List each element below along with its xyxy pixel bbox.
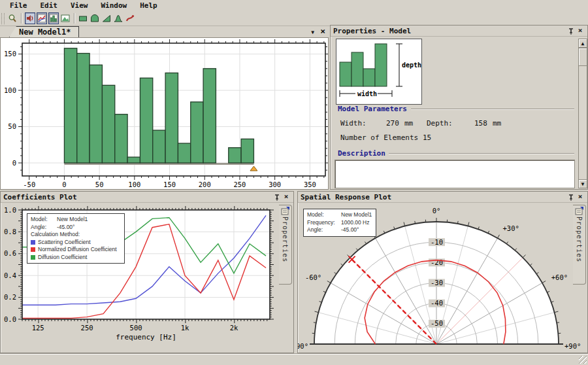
svg-text:+30°: +30° (503, 224, 519, 232)
show-model-button[interactable] (25, 12, 35, 24)
coefficients-plot-content: 0.00.20.40.60.81.01252505001k2kfrequency… (1, 203, 293, 353)
section-divider (411, 109, 574, 109)
panel-close-button[interactable]: × (576, 193, 585, 201)
pin-button[interactable] (272, 193, 282, 201)
coefficients-properties-side-tab[interactable]: Properties (279, 205, 292, 285)
depth-value: 158 (474, 119, 487, 128)
properties-model-content: depth width Model Parameters Width: 270 … (331, 37, 588, 190)
legend-angle-label: Angle: (31, 224, 57, 232)
properties-form-icon (575, 207, 583, 215)
scrollbar-thumb[interactable] (578, 48, 587, 66)
spatial-properties-side-tab[interactable]: Properties (573, 205, 586, 285)
menu-window[interactable]: Window (95, 1, 133, 10)
depth-unit: mm (493, 119, 501, 128)
legend-model-value: New Model1 (341, 211, 372, 219)
pin-icon (568, 194, 574, 201)
panel-title-text: Coefficients Plot (3, 193, 77, 201)
series-name: Scattering Coefficient (38, 239, 91, 247)
legend-model-label: Model: (307, 211, 341, 219)
width-label: width (357, 90, 377, 97)
panel-title-text: Spatial Response Plot (301, 193, 391, 201)
description-section-title: Description (338, 149, 385, 158)
model-plot-area: 050100150-50050100150200250300350 (0, 37, 329, 190)
description-textarea[interactable] (335, 160, 575, 188)
show-spatial-plot-button[interactable] (48, 12, 59, 24)
svg-text:100: 100 (128, 181, 140, 188)
depth-label: depth (402, 61, 421, 69)
bell-element-button[interactable] (113, 12, 123, 24)
svg-text:frequency [Hz]: frequency [Hz] (116, 333, 176, 341)
svg-text:125: 125 (32, 324, 44, 332)
scroll-down-button[interactable]: ▼ (578, 179, 587, 188)
close-icon: × (578, 27, 583, 34)
side-tab-label: Properties (576, 217, 583, 262)
svg-text:1.0: 1.0 (4, 206, 16, 214)
svg-text:0.6: 0.6 (4, 249, 16, 257)
pin-button[interactable] (566, 193, 576, 201)
coefficients-title-bar: Coefficients Plot × (1, 192, 293, 203)
width-value: 270 (386, 119, 399, 128)
optimize-tool-button[interactable] (125, 12, 135, 24)
svg-text:0.8: 0.8 (4, 228, 16, 235)
show-coefficients-plot-button[interactable] (37, 12, 47, 24)
legend-frequency-label: Frequency: (307, 219, 341, 227)
menu-view[interactable]: View (65, 1, 94, 10)
spatial-response-panel: Spatial Response Plot × -10-20-30-40-50-… (297, 191, 588, 353)
arrow-down-icon: ▼ (581, 181, 585, 187)
toolbar (0, 11, 588, 26)
chevron-down-icon: ▼ (311, 29, 314, 35)
menu-edit[interactable]: Edit (35, 1, 64, 10)
pin-icon (274, 194, 280, 201)
scroll-up-button[interactable]: ▲ (578, 39, 587, 48)
spatial-legend: Model:New Model1 Frequency:1000.00 Hz An… (303, 209, 376, 237)
coefficients-plot-panel: Coefficients Plot × 0.00.20.40.60.81.012… (0, 191, 294, 353)
svg-text:0.2: 0.2 (4, 293, 16, 301)
panel-close-button[interactable]: × (282, 193, 291, 201)
section-divider (389, 153, 574, 154)
width-unit: mm (404, 119, 413, 128)
svg-text:-60°: -60° (305, 273, 321, 281)
legend-model-value: New Model1 (57, 216, 88, 224)
resize-grip[interactable] (579, 356, 587, 364)
legend-method-label: Calculation Method: (31, 231, 121, 239)
svg-text:250: 250 (233, 181, 246, 188)
arrow-up-icon: ▲ (581, 41, 585, 46)
model-document-window: New Model1* ▼ × 050100150-50050100150200… (0, 26, 329, 190)
menu-bar: File Edit View Window Help (0, 0, 588, 11)
bitmap-view-button[interactable] (60, 12, 71, 24)
svg-text:-40: -40 (431, 299, 443, 307)
triangle-element-button[interactable] (101, 12, 112, 24)
arch-element-button[interactable] (90, 12, 100, 24)
menu-file[interactable]: File (4, 1, 33, 10)
spatial-plot-content: -10-20-30-40-50-90°-60°-30°0°+30°+60°+90… (298, 203, 587, 353)
magnifier-icon (8, 14, 17, 23)
line-chart-icon (37, 14, 46, 23)
svg-text:0: 0 (12, 159, 16, 167)
document-close-button[interactable]: × (320, 26, 325, 36)
svg-text:100: 100 (4, 86, 16, 94)
svg-text:+90°: +90° (564, 342, 581, 350)
toolbar-drag-handle[interactable] (1, 13, 5, 24)
legend-model-label: Model: (31, 216, 57, 224)
toolbar-separator (21, 13, 22, 24)
image-icon (61, 14, 70, 23)
series-name: Diffusion Coefficient (38, 254, 87, 262)
legend-angle-label: Angle: (307, 226, 341, 234)
spatial-title-bar: Spatial Response Plot × (298, 192, 587, 203)
menu-help[interactable]: Help (134, 1, 163, 10)
document-tab[interactable]: New Model1* (9, 26, 79, 37)
svg-text:-50: -50 (23, 181, 35, 188)
tab-menu-button[interactable]: ▼ (311, 27, 314, 36)
svg-text:0.0: 0.0 (4, 315, 16, 323)
pin-button[interactable] (566, 27, 576, 35)
panel-title-text: Properties - Model (333, 27, 411, 35)
zoom-tool-button[interactable] (7, 12, 18, 24)
svg-text:1k: 1k (181, 324, 189, 332)
svg-text:-20: -20 (431, 258, 443, 266)
rect-element-button[interactable] (78, 12, 88, 24)
properties-form-icon (281, 207, 289, 215)
model-histogram-chart[interactable]: 050100150-50050100150200250300350 (1, 38, 328, 189)
panel-close-button[interactable]: × (576, 27, 585, 35)
scattering-swatch (31, 240, 35, 245)
legend-frequency-value: 1000.00 Hz (341, 219, 369, 227)
